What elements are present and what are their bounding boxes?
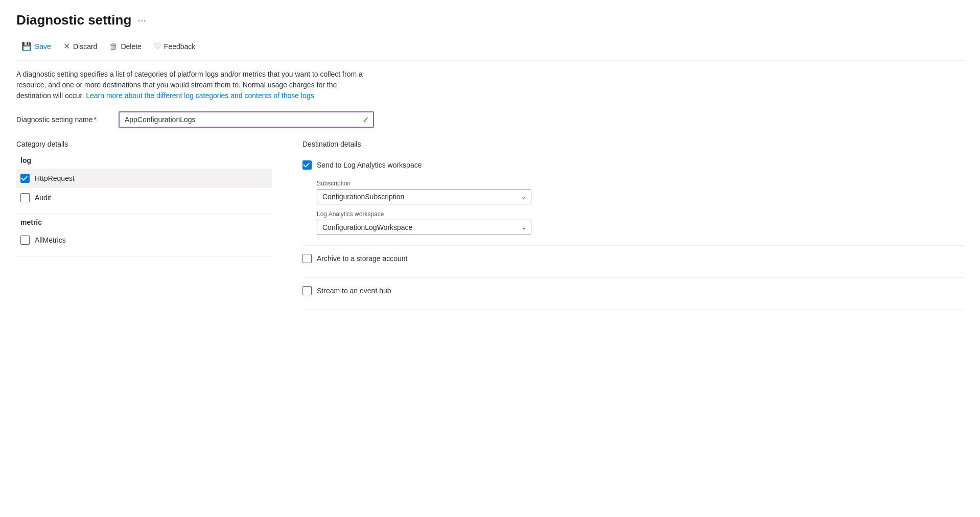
all-metrics-checkbox[interactable] <box>20 236 30 245</box>
storage-account-label: Archive to a storage account <box>317 254 407 263</box>
name-input-wrapper: ✓ <box>119 111 374 128</box>
http-request-row[interactable]: HttpRequest <box>16 169 272 188</box>
category-details-panel: Category details log HttpRequest Audit m… <box>16 140 272 314</box>
delete-button[interactable]: 🗑 Delete <box>104 39 146 54</box>
destination-details-header: Destination details <box>302 140 964 148</box>
learn-more-link[interactable]: Learn more about the different log categ… <box>86 91 314 100</box>
storage-account-destination: Archive to a storage account <box>302 250 964 267</box>
dest-divider-1 <box>302 245 964 246</box>
save-button[interactable]: 💾 Save <box>16 38 56 54</box>
main-content: Category details log HttpRequest Audit m… <box>16 140 964 314</box>
all-metrics-label: AllMetrics <box>35 236 66 244</box>
http-request-label: HttpRequest <box>35 174 75 182</box>
discard-icon: ✕ <box>63 41 70 51</box>
name-label: Diagnostic setting name* <box>16 115 119 124</box>
diagnostic-name-field: Diagnostic setting name* ✓ <box>16 111 964 128</box>
description-text: A diagnostic setting specifies a list of… <box>16 69 364 101</box>
all-metrics-row[interactable]: AllMetrics <box>16 230 272 250</box>
workspace-dropdown[interactable]: ConfigurationLogWorkspace <box>317 220 531 235</box>
subscription-dropdown-wrapper: ConfigurationSubscription ⌄ <box>317 189 531 204</box>
event-hub-destination: Stream to an event hub <box>302 282 964 299</box>
dest-divider-2 <box>302 277 964 278</box>
log-metric-divider <box>16 214 272 214</box>
log-analytics-label: Send to Log Analytics workspace <box>317 161 422 169</box>
audit-label: Audit <box>35 194 51 202</box>
delete-icon: 🗑 <box>109 42 118 51</box>
audit-checkbox[interactable] <box>20 193 30 202</box>
feedback-button[interactable]: ♡ Feedback <box>149 38 200 54</box>
toolbar: 💾 Save ✕ Discard 🗑 Delete ♡ Feedback <box>16 38 964 61</box>
storage-account-row[interactable]: Archive to a storage account <box>302 250 964 267</box>
event-hub-row[interactable]: Stream to an event hub <box>302 282 964 299</box>
subscription-label: Subscription <box>317 180 964 187</box>
discard-button[interactable]: ✕ Discard <box>58 38 102 54</box>
event-hub-label: Stream to an event hub <box>317 287 391 295</box>
metric-section-label: metric <box>16 218 272 226</box>
destination-details-panel: Destination details Send to Log Analytic… <box>302 140 964 314</box>
log-analytics-checkbox[interactable] <box>302 160 312 170</box>
workspace-dropdown-wrapper: ConfigurationLogWorkspace ⌄ <box>317 220 531 235</box>
feedback-icon: ♡ <box>154 41 161 51</box>
dest-divider-3 <box>302 310 964 310</box>
valid-check-icon: ✓ <box>362 115 369 125</box>
storage-account-checkbox[interactable] <box>302 254 312 263</box>
page-title: Diagnostic setting <box>16 12 131 28</box>
discard-label: Discard <box>73 42 97 51</box>
page-title-ellipsis: ··· <box>137 14 146 26</box>
workspace-label: Log Analytics workspace <box>317 210 964 218</box>
save-label: Save <box>35 42 51 51</box>
log-analytics-sub-fields: Subscription ConfigurationSubscription ⌄… <box>317 180 964 235</box>
http-request-checkbox[interactable] <box>20 174 30 183</box>
save-icon: 💾 <box>21 41 32 51</box>
name-input[interactable] <box>119 111 374 128</box>
delete-label: Delete <box>121 42 141 51</box>
subscription-dropdown[interactable]: ConfigurationSubscription <box>317 189 531 204</box>
category-details-header: Category details <box>16 140 272 148</box>
log-analytics-row[interactable]: Send to Log Analytics workspace <box>302 156 964 174</box>
required-marker: * <box>94 115 96 124</box>
audit-row[interactable]: Audit <box>16 188 272 207</box>
log-section-label: log <box>16 156 272 165</box>
feedback-label: Feedback <box>164 42 195 51</box>
event-hub-checkbox[interactable] <box>302 286 312 295</box>
log-analytics-destination: Send to Log Analytics workspace Subscrip… <box>302 156 964 235</box>
page-title-container: Diagnostic setting ··· <box>16 12 964 28</box>
metric-category-section: metric AllMetrics <box>16 218 272 250</box>
bottom-divider <box>16 256 272 256</box>
log-category-section: log HttpRequest Audit <box>16 156 272 207</box>
